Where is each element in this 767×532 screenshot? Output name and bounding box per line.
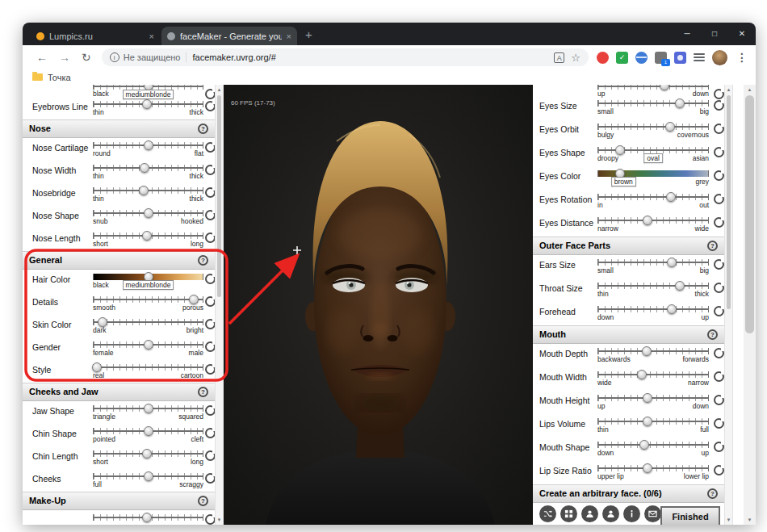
randomize-icon[interactable] (205, 450, 215, 461)
slider-nose-cartilage[interactable]: roundflat (93, 138, 203, 161)
security-label[interactable]: Не защищено (124, 52, 181, 62)
slider-track[interactable] (597, 395, 709, 401)
slider-track[interactable] (597, 170, 709, 177)
slider-thumb[interactable] (643, 393, 652, 403)
slider-thumb[interactable] (643, 463, 652, 473)
slider-nose-length[interactable]: shortlong (93, 228, 203, 251)
slider-track[interactable] (597, 465, 709, 471)
contact-mail-icon[interactable] (644, 505, 661, 522)
slider-thumb[interactable] (142, 449, 152, 459)
slider-track[interactable] (93, 296, 203, 303)
slider-thumb[interactable] (144, 471, 153, 481)
slider-thumb[interactable] (142, 99, 152, 109)
slider-style[interactable]: realcartoon (93, 360, 203, 383)
male-preset-icon[interactable] (581, 505, 598, 522)
slider-skin-color[interactable]: darkbright (93, 315, 203, 337)
back-icon[interactable]: ← (36, 51, 48, 64)
slider-thumb[interactable] (675, 281, 685, 291)
slider-thumb[interactable] (144, 140, 153, 150)
tab-lumpics[interactable]: Lumpics.ru × (31, 27, 160, 45)
slider-mouth-shape[interactable]: downup (597, 438, 709, 461)
randomize-icon[interactable] (205, 341, 215, 352)
random-face-icon[interactable] (539, 505, 556, 522)
slider-thumb[interactable] (667, 258, 677, 267)
randomize-icon[interactable] (714, 259, 724, 270)
slider-partial[interactable]: blackmediumblonde (93, 85, 203, 97)
slider-mouth-width[interactable]: widenarrow (597, 367, 709, 391)
slider-jaw-shape[interactable]: trianglesquared (93, 401, 203, 424)
face-3d-viewport[interactable]: 60 FPS (17-73) (224, 85, 533, 525)
slider-gender[interactable]: femalemale (93, 337, 203, 360)
slider-thumb[interactable] (642, 346, 652, 356)
randomize-icon[interactable] (205, 319, 215, 329)
randomize-icon[interactable] (205, 405, 215, 416)
slider-eyes-distance[interactable]: narrowwide (597, 213, 709, 237)
slider-ears-size[interactable]: smallbig (597, 255, 709, 279)
slider-eyes-orbit[interactable]: bulgycovernous (597, 119, 709, 143)
maximize-button[interactable]: □ (701, 23, 728, 45)
right-panel-scrollbar[interactable]: ▲ ▼ (724, 85, 733, 525)
randomize-icon[interactable] (714, 100, 724, 111)
slider-track[interactable] (93, 319, 203, 325)
bookmark-item[interactable]: Точка (48, 73, 71, 82)
slider-track[interactable] (597, 124, 709, 130)
slider-track[interactable] (597, 306, 709, 312)
scrollbar-thumb[interactable] (745, 95, 754, 333)
randomize-icon[interactable] (714, 371, 724, 382)
slider-track[interactable] (597, 348, 709, 354)
randomize-icon[interactable] (714, 124, 724, 134)
slider-track[interactable] (597, 283, 709, 289)
slider-track[interactable] (597, 147, 709, 153)
randomize-icon[interactable] (205, 142, 215, 153)
profile-avatar[interactable] (712, 50, 727, 65)
url-text[interactable]: facemaker.uvrg.org/# (192, 52, 554, 62)
slider-track[interactable] (597, 217, 709, 224)
randomize-icon[interactable] (714, 217, 724, 228)
translate-icon[interactable]: A (554, 52, 564, 63)
slider-lips-volume[interactable]: thinfull (597, 414, 709, 438)
randomize-icon[interactable] (714, 147, 724, 157)
slider-track[interactable] (597, 100, 709, 107)
scroll-up-icon[interactable]: ▲ (216, 85, 223, 94)
slider-mouth-depth[interactable]: backwardsforwards (597, 344, 709, 367)
slider-partial[interactable] (93, 510, 203, 525)
close-window-button[interactable]: ✕ (728, 23, 756, 45)
tab-close-icon[interactable]: × (287, 31, 291, 41)
randomize-icon[interactable] (205, 428, 215, 438)
randomize-icon[interactable] (714, 348, 724, 358)
help-icon[interactable]: ? (198, 255, 208, 266)
randomize-icon[interactable] (205, 165, 215, 175)
slider-chin-shape[interactable]: pointedcleft (93, 424, 203, 446)
slider-thumb[interactable] (144, 404, 153, 413)
slider-lip-size-ratio[interactable]: upper liplower lip (597, 461, 709, 484)
slider-track[interactable] (597, 194, 709, 200)
scrollbar-thumb[interactable] (217, 95, 221, 297)
randomize-icon[interactable] (714, 306, 724, 316)
slider-mouth-height[interactable]: updown (597, 391, 709, 414)
new-tab-button[interactable]: + (305, 27, 312, 42)
randomize-icon[interactable] (205, 514, 215, 525)
face-gallery-icon[interactable] (560, 505, 577, 522)
slider-nose-shape[interactable]: snubhooked (93, 206, 203, 228)
slider-thumb[interactable] (666, 192, 676, 202)
scrollbar-thumb[interactable] (727, 95, 731, 309)
slider-eyebrows-line[interactable]: thinthick (93, 97, 203, 119)
page-scrollbar[interactable]: ▲ ▼ (744, 85, 756, 525)
randomize-icon[interactable] (205, 101, 215, 111)
slider-track[interactable] (597, 442, 709, 448)
scroll-up-icon[interactable]: ▲ (725, 85, 732, 94)
slider-track[interactable] (93, 364, 203, 371)
minimize-button[interactable]: ─ (673, 23, 701, 45)
scroll-down-icon[interactable]: ▼ (725, 515, 732, 525)
slider-track[interactable] (597, 418, 709, 425)
randomize-icon[interactable] (205, 210, 215, 220)
slider-thumb[interactable] (140, 163, 149, 173)
randomize-icon[interactable] (714, 170, 724, 181)
bookmark-star-icon[interactable]: ☆ (571, 52, 580, 64)
randomize-icon[interactable] (205, 232, 215, 243)
info-icon[interactable] (623, 505, 640, 522)
scroll-down-icon[interactable]: ▼ (216, 515, 223, 525)
slider-track[interactable] (597, 371, 709, 378)
slider-thumb[interactable] (667, 304, 677, 314)
help-icon[interactable]: ? (198, 387, 208, 397)
